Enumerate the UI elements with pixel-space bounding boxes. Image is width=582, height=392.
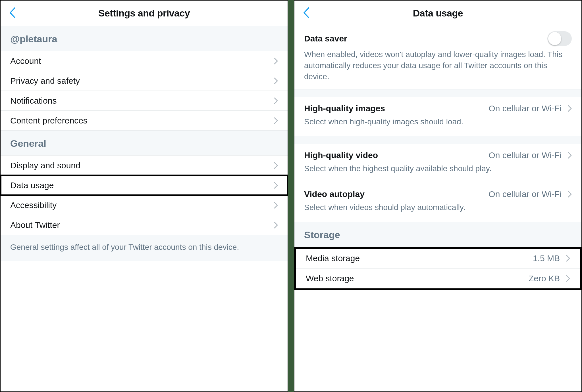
row-notifications[interactable]: Notifications: [1, 91, 288, 111]
video-autoplay-row[interactable]: Video autoplay On cellular or Wi-Fi: [294, 183, 581, 203]
chevron-left-icon: [9, 7, 16, 19]
page-title: Data usage: [413, 8, 463, 19]
data-saver-label: Data saver: [304, 34, 347, 43]
hq-video-desc: Select when the highest quality availabl…: [294, 164, 581, 179]
hq-images-row[interactable]: High-quality images On cellular or Wi-Fi: [294, 97, 581, 117]
row-accessibility[interactable]: Accessibility: [1, 195, 288, 215]
chevron-right-icon: [568, 105, 572, 112]
row-label: Privacy and safety: [10, 76, 274, 86]
row-data-usage[interactable]: Data usage: [1, 175, 288, 195]
media-storage-row[interactable]: Media storage 1.5 MB: [296, 249, 580, 269]
settings-screen: Settings and privacy @pletaura Account P…: [0, 0, 288, 392]
data-saver-row: Data saver When enabled, videos won't au…: [294, 26, 581, 89]
row-label: Data usage: [10, 181, 274, 190]
row-label: Account: [10, 56, 274, 66]
row-label: Notifications: [10, 96, 274, 106]
hq-images-group: High-quality images On cellular or Wi-Fi…: [294, 97, 581, 136]
back-button[interactable]: [7, 6, 18, 20]
row-label: Content preferences: [10, 116, 274, 125]
chevron-right-icon: [274, 117, 278, 124]
row-content-prefs[interactable]: Content preferences: [1, 111, 288, 131]
video-autoplay-desc: Select when videos should play automatic…: [294, 203, 581, 218]
row-label: Video autoplay: [304, 189, 489, 199]
data-saver-toggle[interactable]: [547, 31, 572, 46]
chevron-right-icon: [568, 191, 572, 198]
hq-images-desc: Select when high-quality images should l…: [294, 117, 581, 132]
chevron-left-icon: [303, 7, 309, 19]
chevron-right-icon: [274, 162, 278, 169]
section-spacer: [294, 89, 581, 97]
row-label: Web storage: [306, 274, 529, 283]
page-title: Settings and privacy: [98, 8, 190, 19]
chevron-right-icon: [274, 202, 278, 209]
row-display-sound[interactable]: Display and sound: [1, 156, 288, 175]
data-saver-desc: When enabled, videos won't autoplay and …: [304, 49, 572, 82]
row-label: Media storage: [306, 253, 533, 263]
row-label: About Twitter: [10, 220, 274, 230]
chevron-right-icon: [568, 152, 572, 159]
back-button[interactable]: [301, 6, 312, 20]
nav-bar: Settings and privacy: [1, 1, 288, 26]
row-label: High-quality video: [304, 150, 489, 160]
chevron-right-icon: [274, 77, 278, 84]
web-storage-row[interactable]: Web storage Zero KB: [296, 269, 580, 288]
section-spacer: [294, 136, 581, 144]
chevron-right-icon: [566, 255, 570, 262]
video-autoplay-group: Video autoplay On cellular or Wi-Fi Sele…: [294, 183, 581, 222]
row-value: Zero KB: [529, 274, 560, 283]
general-header: General: [1, 131, 288, 156]
nav-bar: Data usage: [294, 1, 581, 26]
data-usage-screen: Data usage Data saver When enabled, vide…: [294, 0, 582, 392]
chevron-right-icon: [274, 58, 278, 64]
hq-video-group: High-quality video On cellular or Wi-Fi …: [294, 144, 581, 183]
chevron-right-icon: [274, 97, 278, 104]
chevron-right-icon: [274, 182, 278, 189]
general-footer: General settings affect all of your Twit…: [1, 235, 288, 261]
storage-header: Storage: [294, 222, 581, 247]
username-header: @pletaura: [1, 26, 288, 51]
row-about-twitter[interactable]: About Twitter: [1, 215, 288, 235]
row-privacy[interactable]: Privacy and safety: [1, 71, 288, 91]
storage-highlight: Media storage 1.5 MB Web storage Zero KB: [294, 247, 581, 290]
row-value: On cellular or Wi-Fi: [489, 189, 562, 199]
row-label: Accessibility: [10, 200, 274, 210]
row-account[interactable]: Account: [1, 51, 288, 71]
row-label: Display and sound: [10, 161, 274, 170]
hq-video-row[interactable]: High-quality video On cellular or Wi-Fi: [294, 144, 581, 164]
row-label: High-quality images: [304, 104, 489, 113]
row-value: 1.5 MB: [533, 253, 560, 263]
chevron-right-icon: [274, 222, 278, 229]
row-value: On cellular or Wi-Fi: [489, 104, 562, 113]
chevron-right-icon: [566, 275, 570, 282]
row-value: On cellular or Wi-Fi: [489, 150, 562, 160]
